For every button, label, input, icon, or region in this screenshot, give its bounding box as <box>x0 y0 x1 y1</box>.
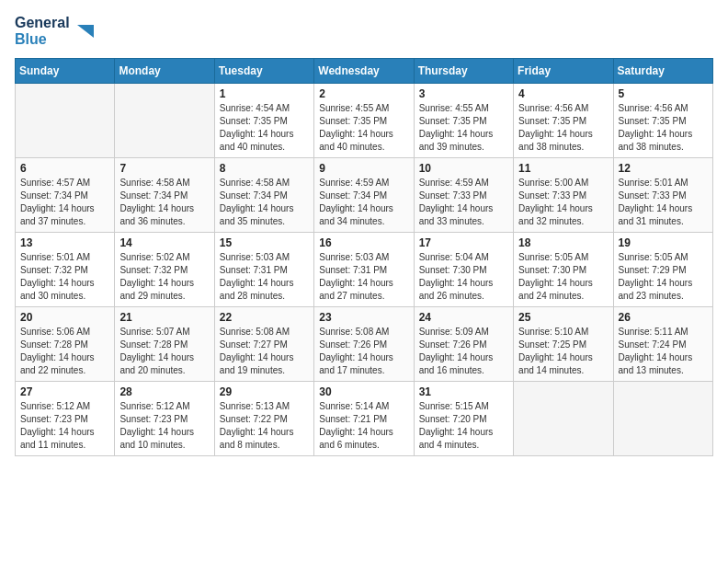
calendar-cell: 19Sunrise: 5:05 AMSunset: 7:29 PMDayligh… <box>613 233 712 307</box>
calendar-cell: 3Sunrise: 4:55 AMSunset: 7:35 PMDaylight… <box>414 84 513 158</box>
svg-marker-0 <box>77 25 94 38</box>
day-info: Sunrise: 4:58 AMSunset: 7:34 PMDaylight:… <box>220 177 309 228</box>
logo-text: General Blue <box>15 15 70 47</box>
calendar-cell: 8Sunrise: 4:58 AMSunset: 7:34 PMDaylight… <box>214 158 313 233</box>
calendar-cell: 15Sunrise: 5:03 AMSunset: 7:31 PMDayligh… <box>214 233 313 307</box>
logo: General Blue <box>15 15 94 47</box>
day-info: Sunrise: 5:10 AMSunset: 7:25 PMDaylight:… <box>518 326 608 377</box>
day-info: Sunrise: 5:12 AMSunset: 7:23 PMDaylight:… <box>119 400 209 452</box>
day-number: 20 <box>20 311 109 324</box>
day-number: 16 <box>319 236 408 249</box>
day-info: Sunrise: 4:59 AMSunset: 7:33 PMDaylight:… <box>419 177 508 228</box>
day-number: 28 <box>119 385 209 398</box>
day-number: 31 <box>419 385 508 398</box>
calendar-cell: 26Sunrise: 5:11 AMSunset: 7:24 PMDayligh… <box>613 307 712 382</box>
calendar-cell: 10Sunrise: 4:59 AMSunset: 7:33 PMDayligh… <box>414 158 513 233</box>
calendar-cell: 30Sunrise: 5:14 AMSunset: 7:21 PMDayligh… <box>314 382 414 456</box>
calendar-cell <box>613 382 712 456</box>
day-number: 25 <box>518 311 608 324</box>
day-number: 5 <box>619 87 708 100</box>
day-info: Sunrise: 4:57 AMSunset: 7:34 PMDaylight:… <box>20 177 109 228</box>
calendar-cell: 9Sunrise: 4:59 AMSunset: 7:34 PMDaylight… <box>314 158 414 233</box>
calendar-cell <box>16 84 115 158</box>
weekday-header-wednesday: Wednesday <box>314 59 414 84</box>
calendar-cell: 6Sunrise: 4:57 AMSunset: 7:34 PMDaylight… <box>16 158 115 233</box>
day-number: 27 <box>20 385 109 398</box>
logo-triangle-icon <box>74 21 94 41</box>
day-info: Sunrise: 5:05 AMSunset: 7:29 PMDaylight:… <box>619 251 708 303</box>
calendar-cell <box>115 84 214 158</box>
day-info: Sunrise: 4:54 AMSunset: 7:35 PMDaylight:… <box>220 102 309 154</box>
day-info: Sunrise: 5:14 AMSunset: 7:21 PMDaylight:… <box>319 400 408 452</box>
weekday-header-thursday: Thursday <box>414 59 513 84</box>
day-number: 22 <box>220 311 309 324</box>
calendar-cell: 22Sunrise: 5:08 AMSunset: 7:27 PMDayligh… <box>214 307 313 382</box>
day-number: 14 <box>119 236 209 249</box>
weekday-header-monday: Monday <box>115 59 214 84</box>
day-info: Sunrise: 4:55 AMSunset: 7:35 PMDaylight:… <box>419 102 508 154</box>
day-number: 17 <box>419 236 508 249</box>
day-info: Sunrise: 5:12 AMSunset: 7:23 PMDaylight:… <box>20 400 109 452</box>
day-info: Sunrise: 4:56 AMSunset: 7:35 PMDaylight:… <box>619 102 708 154</box>
calendar-cell: 18Sunrise: 5:05 AMSunset: 7:30 PMDayligh… <box>514 233 613 307</box>
day-info: Sunrise: 5:07 AMSunset: 7:28 PMDaylight:… <box>119 326 209 377</box>
calendar-cell: 5Sunrise: 4:56 AMSunset: 7:35 PMDaylight… <box>613 84 712 158</box>
calendar-cell: 25Sunrise: 5:10 AMSunset: 7:25 PMDayligh… <box>514 307 613 382</box>
day-info: Sunrise: 5:03 AMSunset: 7:31 PMDaylight:… <box>220 251 309 303</box>
day-number: 15 <box>220 236 309 249</box>
day-number: 12 <box>619 162 708 175</box>
calendar-cell: 4Sunrise: 4:56 AMSunset: 7:35 PMDaylight… <box>514 84 613 158</box>
day-number: 2 <box>319 87 408 100</box>
calendar-cell: 20Sunrise: 5:06 AMSunset: 7:28 PMDayligh… <box>16 307 115 382</box>
weekday-header-sunday: Sunday <box>16 59 115 84</box>
calendar-cell: 31Sunrise: 5:15 AMSunset: 7:20 PMDayligh… <box>414 382 513 456</box>
day-info: Sunrise: 4:56 AMSunset: 7:35 PMDaylight:… <box>518 102 608 154</box>
day-info: Sunrise: 5:13 AMSunset: 7:22 PMDaylight:… <box>220 400 309 452</box>
day-number: 21 <box>119 311 209 324</box>
calendar-cell <box>514 382 613 456</box>
day-number: 8 <box>220 162 309 175</box>
calendar-cell: 2Sunrise: 4:55 AMSunset: 7:35 PMDaylight… <box>314 84 414 158</box>
weekday-header-friday: Friday <box>514 59 613 84</box>
calendar-cell: 23Sunrise: 5:08 AMSunset: 7:26 PMDayligh… <box>314 307 414 382</box>
day-info: Sunrise: 5:06 AMSunset: 7:28 PMDaylight:… <box>20 326 109 377</box>
day-number: 10 <box>419 162 508 175</box>
day-info: Sunrise: 5:04 AMSunset: 7:30 PMDaylight:… <box>419 251 508 303</box>
day-info: Sunrise: 5:09 AMSunset: 7:26 PMDaylight:… <box>419 326 508 377</box>
calendar-cell: 24Sunrise: 5:09 AMSunset: 7:26 PMDayligh… <box>414 307 513 382</box>
day-info: Sunrise: 5:00 AMSunset: 7:33 PMDaylight:… <box>518 177 608 228</box>
day-info: Sunrise: 5:15 AMSunset: 7:20 PMDaylight:… <box>419 400 508 452</box>
day-number: 9 <box>319 162 408 175</box>
calendar-cell: 7Sunrise: 4:58 AMSunset: 7:34 PMDaylight… <box>115 158 214 233</box>
day-info: Sunrise: 5:01 AMSunset: 7:33 PMDaylight:… <box>619 177 708 228</box>
day-number: 24 <box>419 311 508 324</box>
day-info: Sunrise: 5:08 AMSunset: 7:27 PMDaylight:… <box>220 326 309 377</box>
calendar-cell: 21Sunrise: 5:07 AMSunset: 7:28 PMDayligh… <box>115 307 214 382</box>
day-number: 18 <box>518 236 608 249</box>
day-info: Sunrise: 5:02 AMSunset: 7:32 PMDaylight:… <box>119 251 209 303</box>
calendar-cell: 16Sunrise: 5:03 AMSunset: 7:31 PMDayligh… <box>314 233 414 307</box>
day-info: Sunrise: 5:01 AMSunset: 7:32 PMDaylight:… <box>20 251 109 303</box>
calendar-cell: 11Sunrise: 5:00 AMSunset: 7:33 PMDayligh… <box>514 158 613 233</box>
day-number: 11 <box>518 162 608 175</box>
day-number: 13 <box>20 236 109 249</box>
calendar-cell: 17Sunrise: 5:04 AMSunset: 7:30 PMDayligh… <box>414 233 513 307</box>
calendar-cell: 28Sunrise: 5:12 AMSunset: 7:23 PMDayligh… <box>115 382 214 456</box>
day-info: Sunrise: 4:59 AMSunset: 7:34 PMDaylight:… <box>319 177 408 228</box>
day-info: Sunrise: 5:08 AMSunset: 7:26 PMDaylight:… <box>319 326 408 377</box>
calendar-cell: 29Sunrise: 5:13 AMSunset: 7:22 PMDayligh… <box>214 382 313 456</box>
weekday-header-tuesday: Tuesday <box>214 59 313 84</box>
day-number: 4 <box>518 87 608 100</box>
calendar-cell: 14Sunrise: 5:02 AMSunset: 7:32 PMDayligh… <box>115 233 214 307</box>
day-number: 6 <box>20 162 109 175</box>
day-number: 23 <box>319 311 408 324</box>
day-number: 29 <box>220 385 309 398</box>
day-number: 30 <box>319 385 408 398</box>
day-number: 1 <box>220 87 309 100</box>
day-info: Sunrise: 5:03 AMSunset: 7:31 PMDaylight:… <box>319 251 408 303</box>
weekday-header-saturday: Saturday <box>613 59 712 84</box>
calendar-cell: 1Sunrise: 4:54 AMSunset: 7:35 PMDaylight… <box>214 84 313 158</box>
calendar-table: SundayMondayTuesdayWednesdayThursdayFrid… <box>15 58 713 456</box>
day-info: Sunrise: 5:11 AMSunset: 7:24 PMDaylight:… <box>619 326 708 377</box>
day-number: 3 <box>419 87 508 100</box>
